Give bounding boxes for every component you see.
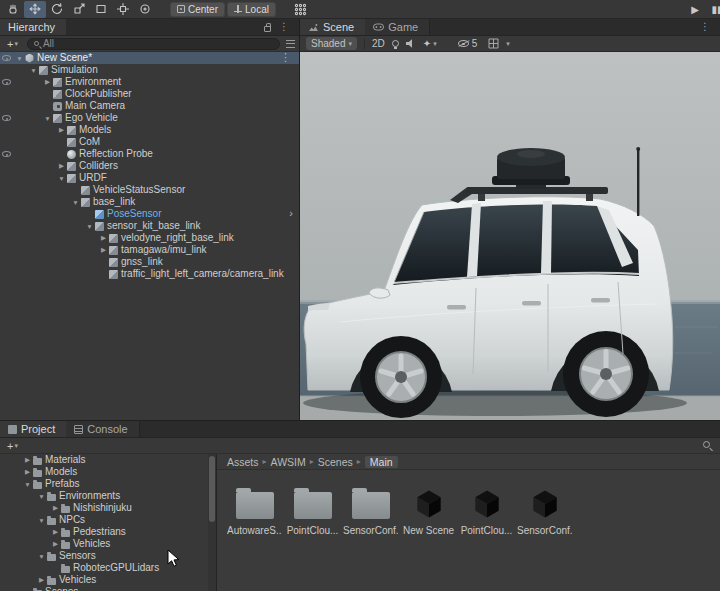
asset-item[interactable]: SensorConf... [343, 478, 398, 536]
expand-arrow-icon[interactable]: ▼ [28, 67, 39, 74]
hierarchy-item[interactable]: gnss_link [0, 256, 299, 268]
breadcrumb-item[interactable]: Main [365, 456, 398, 468]
kebab-menu-icon[interactable]: ⋮ [279, 21, 289, 32]
expand-arrow-icon[interactable]: ▶ [56, 162, 67, 170]
scale-tool-icon[interactable] [68, 1, 90, 18]
project-folder-item[interactable]: ▼Environments [0, 490, 208, 502]
search-filter-icon[interactable] [286, 40, 295, 48]
prefab-open-chevron-icon[interactable]: › [289, 207, 293, 219]
play-button[interactable]: ▶ [684, 1, 706, 18]
audio-toggle-icon[interactable] [406, 39, 416, 48]
project-folder-item[interactable]: ▶Materials [0, 454, 208, 466]
draw-mode-dropdown[interactable]: Shaded ▾ [306, 37, 357, 50]
tab-scene[interactable]: Scene [300, 19, 365, 35]
hierarchy-item[interactable]: ▼base_link [0, 196, 299, 208]
expand-arrow-icon[interactable]: ▶ [36, 576, 47, 584]
hierarchy-item[interactable]: traffic_light_left_camera/camera_link [0, 268, 299, 280]
hierarchy-item[interactable]: ▶velodyne_right_base_link [0, 232, 299, 244]
kebab-menu-icon[interactable]: ⋮ [700, 21, 710, 32]
expand-arrow-icon[interactable]: ▼ [14, 55, 25, 62]
scene-options-kebab-icon[interactable]: ⋮ [280, 52, 291, 64]
expand-arrow-icon[interactable]: ▼ [36, 493, 47, 500]
hierarchy-item[interactable]: ▼Ego Vehicle [0, 112, 299, 124]
custom-tool-icon[interactable] [134, 1, 156, 18]
breadcrumb-item[interactable]: Assets [227, 456, 259, 468]
lock-icon[interactable] [264, 26, 271, 32]
pause-button[interactable]: ▮▮ [706, 1, 720, 18]
visibility-eye-icon[interactable] [2, 115, 11, 121]
expand-arrow-icon[interactable]: ▶ [56, 126, 67, 134]
asset-item[interactable]: SensorConf... [517, 478, 572, 536]
expand-arrow-icon[interactable]: ▼ [36, 517, 47, 524]
asset-item[interactable]: New Scene [401, 478, 456, 536]
project-folder-item[interactable]: ▶Pedestrians [0, 526, 208, 538]
move-tool-icon[interactable] [24, 1, 46, 18]
tab-console[interactable]: Console [66, 421, 139, 437]
asset-item[interactable]: PointClou... [459, 478, 514, 536]
expand-arrow-icon[interactable]: ▶ [50, 528, 61, 536]
expand-arrow-icon[interactable]: ▶ [98, 234, 109, 242]
breadcrumb-item[interactable]: Scenes [318, 456, 353, 468]
tab-project[interactable]: Project [0, 421, 66, 437]
gizmos-caret-icon[interactable]: ▾ [506, 40, 510, 48]
hierarchy-item[interactable]: PoseSensor› [0, 208, 299, 220]
create-object-button[interactable]: + ▾ [4, 38, 21, 50]
expand-arrow-icon[interactable]: ▼ [84, 223, 95, 230]
expand-arrow-icon[interactable]: ▼ [36, 553, 47, 560]
scene-header-row[interactable]: ▼ New Scene* ⋮ [0, 52, 299, 64]
grid-snap-icon[interactable] [290, 1, 312, 18]
hierarchy-item[interactable]: ▶tamagawa/imu_link [0, 244, 299, 256]
expand-arrow-icon[interactable]: ▼ [42, 115, 53, 122]
breadcrumb-item[interactable]: AWSIM [271, 456, 306, 468]
hierarchy-item[interactable]: ▼URDF [0, 172, 299, 184]
scrollbar-thumb[interactable] [209, 456, 215, 522]
hierarchy-item[interactable]: ClockPublisher [0, 88, 299, 100]
expand-arrow-icon[interactable]: ▶ [22, 468, 33, 476]
toggle-2d-button[interactable]: 2D [372, 38, 385, 49]
rotate-tool-icon[interactable] [46, 1, 68, 18]
pivot-center-button[interactable]: Center [170, 2, 225, 17]
expand-arrow-icon[interactable]: ▶ [22, 456, 33, 464]
visibility-eye-icon[interactable] [2, 79, 11, 85]
project-folder-item[interactable]: ▶Nishishinjuku [0, 502, 208, 514]
hierarchy-item[interactable]: ▼Simulation [0, 64, 299, 76]
search-icon[interactable] [703, 441, 710, 448]
visibility-eye-icon[interactable] [2, 55, 11, 61]
expand-arrow-icon[interactable]: ▼ [56, 175, 67, 182]
scene-viewport[interactable] [300, 52, 720, 420]
visibility-eye-icon[interactable] [2, 151, 11, 157]
expand-arrow-icon[interactable]: ▶ [98, 246, 109, 254]
hidden-objects-button[interactable]: 5 [458, 38, 478, 49]
hierarchy-item[interactable]: ▶Colliders [0, 160, 299, 172]
project-folder-item[interactable]: ▼Prefabs [0, 478, 208, 490]
project-folder-item[interactable]: ▶Models [0, 466, 208, 478]
transform-tool-icon[interactable] [112, 1, 134, 18]
expand-arrow-icon[interactable]: ▼ [70, 199, 81, 206]
project-folder-item[interactable]: ▼Scenes [0, 586, 208, 591]
hierarchy-item[interactable]: VehicleStatusSensor [0, 184, 299, 196]
hand-tool-icon[interactable] [2, 1, 24, 18]
lighting-toggle-icon[interactable] [392, 40, 399, 47]
effects-dropdown[interactable]: ✦ ▾ [423, 38, 437, 49]
expand-arrow-icon[interactable]: ▶ [42, 78, 53, 86]
project-folder-item[interactable]: ▼NPCs [0, 514, 208, 526]
expand-arrow-icon[interactable]: ▶ [50, 504, 61, 512]
rect-tool-icon[interactable] [90, 1, 112, 18]
hierarchy-item[interactable]: ▼sensor_kit_base_link [0, 220, 299, 232]
asset-item[interactable]: PointClou... [285, 478, 340, 536]
tree-scrollbar[interactable] [208, 454, 216, 591]
hierarchy-item[interactable]: Main Camera [0, 100, 299, 112]
expand-arrow-icon[interactable]: ▶ [50, 540, 61, 548]
tab-game[interactable]: Game [365, 19, 430, 35]
grid-visibility-icon[interactable] [488, 38, 499, 49]
hierarchy-search-input[interactable]: All [27, 38, 280, 50]
expand-arrow-icon[interactable]: ▼ [22, 481, 33, 488]
create-asset-button[interactable]: + ▾ [4, 440, 21, 452]
hierarchy-item[interactable]: ▶Models [0, 124, 299, 136]
project-folder-item[interactable]: ▶Vehicles [0, 574, 208, 586]
hierarchy-item[interactable]: Reflection Probe [0, 148, 299, 160]
hierarchy-item[interactable]: CoM [0, 136, 299, 148]
pivot-local-button[interactable]: Local [227, 2, 276, 17]
hierarchy-item[interactable]: ▶Environment [0, 76, 299, 88]
tab-hierarchy[interactable]: Hierarchy [0, 19, 66, 35]
